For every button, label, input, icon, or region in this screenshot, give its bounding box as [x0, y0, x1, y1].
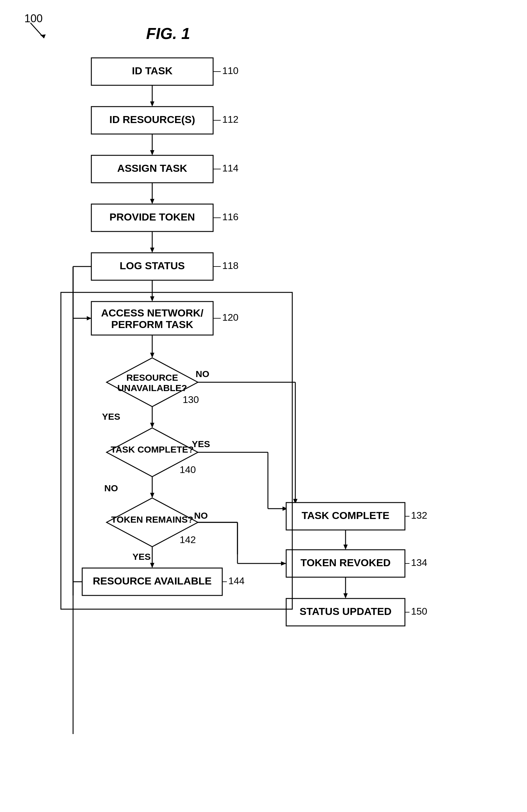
figure-label: FIG. 1 [146, 24, 190, 43]
ref-label-116: 116 [222, 212, 238, 222]
svg-marker-26 [150, 423, 155, 428]
ref-label-110: 110 [222, 65, 238, 76]
svg-marker-34 [150, 563, 155, 568]
label-130-line2: UNAVAILABLE? [118, 383, 187, 393]
label-114: ASSIGN TASK [117, 162, 187, 174]
label-130-line1: RESOURCE [126, 373, 178, 382]
label-116: PROVIDE TOKEN [109, 211, 195, 223]
svg-marker-53 [281, 561, 286, 566]
ref-label-112: 112 [222, 114, 238, 125]
svg-marker-7 [150, 150, 155, 155]
label-120-line2: PERFORM TASK [111, 319, 193, 330]
svg-marker-10 [150, 199, 155, 204]
label-134: TOKEN REVOKED [301, 557, 391, 568]
label-118: LOG STATUS [120, 260, 185, 271]
diagram-svg: ID TASK 110 ID RESOURCE(S) 112 ASSIGN TA… [30, 49, 487, 795]
svg-marker-48 [343, 593, 348, 598]
label-132: TASK COMPLETE [302, 510, 390, 521]
ref-label-118: 118 [222, 260, 238, 271]
ref-label-144: 144 [228, 575, 245, 586]
ref-label-114: 114 [222, 163, 238, 174]
svg-marker-1 [40, 34, 46, 38]
svg-marker-13 [150, 248, 155, 253]
ref-label-132: 132 [411, 510, 427, 521]
no-label-140: NO [104, 483, 118, 493]
ref-label-130: 130 [183, 394, 199, 405]
page: 100 FIG. 1 ID TASK 110 ID RESOURCE(S) 11… [0, 0, 527, 812]
label-140: TASK COMPLETE? [111, 444, 194, 454]
ref-label-142: 142 [180, 534, 196, 545]
svg-marker-40 [87, 316, 91, 320]
svg-marker-21 [150, 353, 155, 358]
ref-100-arrow [27, 20, 52, 44]
label-144: RESOURCE AVAILABLE [93, 575, 211, 586]
ref-label-140: 140 [180, 464, 196, 475]
label-110: ID TASK [132, 65, 173, 76]
svg-marker-18 [150, 296, 155, 302]
ref-label-120: 120 [222, 312, 238, 323]
yes-label-130: YES [102, 411, 120, 422]
no-label-130: NO [196, 369, 209, 379]
yes-label-140: YES [192, 439, 210, 449]
label-120-line1: ACCESS NETWORK/ [101, 307, 204, 319]
svg-marker-45 [343, 545, 348, 550]
ref-label-150: 150 [411, 606, 427, 617]
svg-marker-32 [150, 493, 155, 498]
label-150: STATUS UPDATED [299, 606, 392, 617]
flowchart: ID TASK 110 ID RESOURCE(S) 112 ASSIGN TA… [30, 49, 487, 796]
ref-label-134: 134 [411, 557, 427, 568]
label-112: ID RESOURCE(S) [109, 114, 195, 125]
yes-label-142: YES [132, 552, 151, 562]
svg-marker-4 [150, 101, 155, 106]
no-label-142: NO [194, 510, 208, 521]
label-142: TOKEN REMAINS? [111, 514, 193, 524]
